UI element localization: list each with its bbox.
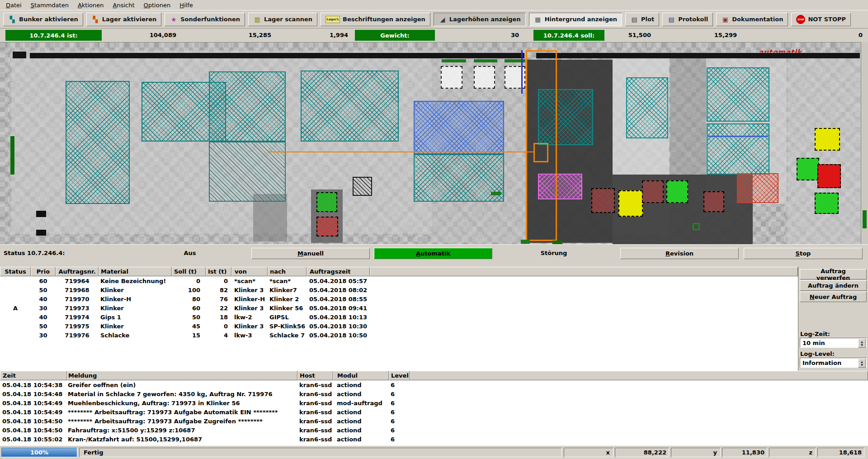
log-col-meldung[interactable]: Meldung [67,371,297,380]
order-prio: 60 [31,278,56,284]
log-row[interactable]: 05.04.18 10:54:48 Material in Schlacke 7… [0,389,868,398]
menu-aktionen[interactable]: Aktionen [74,1,108,9]
menu-bar: Datei Stammdaten Aktionen Ansicht Option… [0,0,868,10]
lager-aktivieren-button[interactable]: ▚ Lager aktivieren [86,13,161,26]
order-auftragszeit: 05.04.2018 09:41 [307,305,370,312]
log-meldung: ******** Arbeitsauftrag: 719973 Aufgabe … [67,409,297,416]
protokoll-button[interactable]: ▤ Protokoll [662,13,713,26]
crane-crosshair-line [269,151,533,152]
stop-button[interactable]: Stop [744,248,863,259]
order-row[interactable]: 40 719970 Klinker-H 80 76 Klinker-H Klin… [0,294,798,303]
order-auftragszeit: 05.04.2018 10:13 [307,314,370,321]
orders-col-ist[interactable]: Ist (t) [206,267,231,276]
automatik-button[interactable]: Automatik [374,248,492,259]
auftrag-verwerfen-button[interactable]: Auftrag verwerfen [800,269,867,279]
spinner-arrows-icon[interactable]: ▲▼ [858,359,866,368]
order-prio: 50 [31,323,56,330]
revision-button[interactable]: Revision [620,248,739,259]
map-shape [474,59,497,62]
order-row[interactable]: 60 719964 Keine Bezeichnung! 0 0 *scan* … [0,276,798,285]
order-ist: 18 [206,314,231,321]
map-vertical-scrollbar[interactable] [861,42,868,244]
order-row[interactable]: 50 719968 Klinker 100 82 Klinker 3 Klink… [0,285,798,294]
log-row[interactable]: 05.04.18 10:54:38 Greifer oeffnen (ein) … [0,380,868,389]
menu-hilfe[interactable]: Hilfe [175,1,197,9]
storage-area [301,71,399,142]
log-level-select[interactable]: Information ▲▼ [800,358,867,368]
warehouse-map[interactable]: automatik [0,42,861,245]
log-col-zeit[interactable]: Zeit [0,371,67,380]
log-col-level[interactable]: Level [389,371,410,380]
lagerhoehen-anzeigen-button[interactable]: ◢ Lagerhöhen anzeigen [434,13,526,26]
rail-segment [536,53,860,58]
order-row[interactable]: A 30 719973 Klinker 60 22 Klinker 3 Klin… [0,303,798,312]
order-auftragsnr: 719968 [56,287,99,293]
log-zeit-value: 10 min [802,340,825,346]
log-row[interactable]: 05.04.18 10:54:50 Fahrauftrag: x:51500 y… [0,426,868,435]
spinner-arrows-icon[interactable]: ▲▼ [858,339,866,348]
bunker-aktivieren-button[interactable]: ▚ Bunker aktivieren [3,13,83,26]
orders-col-auftragsnr[interactable]: Auftragsnr. [56,267,99,276]
log-body[interactable]: 05.04.18 10:54:38 Greifer oeffnen (ein) … [0,380,868,445]
log-row[interactable]: 05.04.18 10:54:50 ******** Arbeitsauftra… [0,416,868,426]
order-ist: 0 [206,278,231,284]
order-row[interactable]: 30 719976 Schlacke 15 4 lkw-3 Schlacke 7… [0,331,798,340]
storage-area [414,154,504,202]
dokumentation-button[interactable]: ▣ Dokumentation [716,13,788,26]
beschriftungen-anzeigen-button[interactable]: Lager1 Beschriftungen anzeigen [321,13,430,26]
storage-area [209,71,286,142]
hintergrund-anzeigen-button[interactable]: ▦ Hintergrund anzeigen [529,13,622,26]
log-zeit: 05.04.18 10:55:02 [0,436,67,443]
menu-datei[interactable]: Datei [2,1,26,9]
log-row[interactable]: 05.04.18 10:54:49 Muehlenbeschickung, Au… [0,398,868,407]
manuell-button[interactable]: Manuell [251,248,370,259]
orders-body[interactable]: 60 719964 Keine Bezeichnung! 0 0 *scan* … [0,276,798,371]
toolbar-button-label: Bunker aktivieren [19,16,78,23]
menu-optionen[interactable]: Optionen [140,1,175,9]
order-row[interactable]: 40 719974 Gips 1 50 18 lkw-2 GIPSL 05.04… [0,312,798,322]
log-zeit: 05.04.18 10:54:38 [0,382,67,388]
map-shape [316,217,338,237]
menu-stammdaten[interactable]: Stammdaten [27,1,73,9]
map-shape [618,190,643,217]
bunker-slot [474,66,495,89]
order-ist: 76 [206,296,231,303]
progress-bar: 100% [1,448,77,457]
orders-col-nach[interactable]: nach [268,267,307,276]
log-col-host[interactable]: Host [297,371,333,380]
log-col-modul[interactable]: Modul [333,371,389,380]
mode-state-aus: Aus [175,250,204,256]
not-stopp-button[interactable]: STOP NOT STOPP [791,13,851,26]
log-level: 6 [389,436,410,443]
order-von: Klinker 3 [231,287,268,293]
map-shape [817,164,841,188]
orders-col-soll[interactable]: Soll (t) [172,267,206,276]
toolbar-button-label: Lagerhöhen anzeigen [449,16,521,23]
orders-col-status[interactable]: Status [0,267,31,276]
log-modul: actiond [333,409,389,416]
auftrag-aendern-button[interactable]: Auftrag ändern [800,280,867,291]
orders-col-material[interactable]: Material [99,267,172,276]
order-row[interactable]: 50 719975 Klinker 45 0 Klinker 3 SP-Klin… [0,322,798,331]
orders-col-auftragszeit[interactable]: Auftragszeit [307,267,370,276]
progress-fill: 100% [2,448,77,457]
plot-button[interactable]: ▤ Plot [625,13,659,26]
order-soll: 60 [172,305,206,312]
order-ist: 0 [206,323,231,330]
rail-segment [13,52,26,58]
neuer-auftrag-button[interactable]: Neuer Auftrag [800,292,867,302]
log-zeit-select[interactable]: 10 min ▲▼ [800,338,867,348]
log-row[interactable]: 05.04.18 10:55:02 Kran-/Katzfahrt auf: 5… [0,435,868,444]
log-modul: actiond [333,382,389,388]
orders-col-prio[interactable]: Prio [31,267,56,276]
order-material: Klinker [99,287,172,293]
orders-col-von[interactable]: von [231,267,268,276]
crane-status-label: Status 10.7.246.4: [4,250,65,256]
menu-ansicht[interactable]: Ansicht [109,1,139,9]
scrollbar-thumb[interactable] [863,210,867,228]
log-zeit: 05.04.18 10:54:49 [0,409,67,416]
sonderfunktionen-button[interactable]: ★ Sonderfunktionen [165,13,245,26]
log-row[interactable]: 05.04.18 10:54:49 ******** Arbeitsauftra… [0,407,868,416]
soll-badge: 10.7.246.4 soll: [533,30,604,41]
lager-scannen-button[interactable]: ▥ Lager scannen [248,13,317,26]
